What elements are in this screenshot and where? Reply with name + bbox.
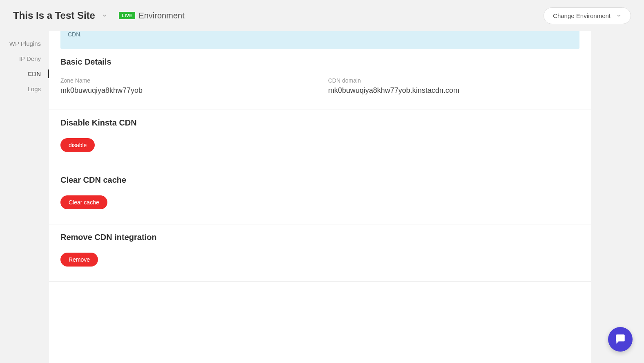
info-box: CDN. <box>60 31 579 49</box>
info-box-text: CDN. <box>68 31 82 38</box>
sidebar-item-cdn[interactable]: CDN <box>0 66 49 81</box>
sidebar: WP Plugins IP Deny CDN Logs <box>0 31 49 363</box>
disable-button[interactable]: disable <box>60 138 95 152</box>
sidebar-item-ip-deny[interactable]: IP Deny <box>0 51 49 66</box>
cdn-domain-value: mk0buwuqiya8khw77yob.kinstacdn.com <box>328 86 580 95</box>
section-title-disable-cdn: Disable Kinsta CDN <box>60 118 579 128</box>
environment-label: Environment <box>138 11 184 20</box>
live-badge: LIVE <box>119 12 135 19</box>
sidebar-item-logs[interactable]: Logs <box>0 81 49 96</box>
zone-name-value: mk0buwuqiya8khw77yob <box>60 86 312 95</box>
disable-cdn-section: Disable Kinsta CDN disable <box>49 110 591 167</box>
sidebar-item-label: Logs <box>27 85 41 92</box>
main-layout: WP Plugins IP Deny CDN Logs CDN. Basic D… <box>0 31 644 363</box>
sidebar-item-label: IP Deny <box>19 55 41 62</box>
details-grid: Zone Name mk0buwuqiya8khw77yob CDN domai… <box>60 77 579 95</box>
zone-name-label: Zone Name <box>60 77 312 84</box>
section-title-remove-integration: Remove CDN integration <box>60 233 579 242</box>
section-title-basic-details: Basic Details <box>60 57 579 67</box>
sidebar-item-label: CDN <box>28 70 41 77</box>
zone-name-column: Zone Name mk0buwuqiya8khw77yob <box>60 77 312 95</box>
site-dropdown-toggle[interactable] <box>102 13 107 18</box>
site-title: This Is a Test Site <box>13 10 95 21</box>
sidebar-item-label: WP Plugins <box>9 40 41 47</box>
chevron-down-icon <box>102 13 107 18</box>
change-environment-label: Change Environment <box>553 12 611 19</box>
change-environment-button[interactable]: Change Environment <box>544 7 631 24</box>
chat-fab[interactable] <box>608 327 633 352</box>
clear-cache-button[interactable]: Clear cache <box>60 195 107 209</box>
basic-details-section: Basic Details Zone Name mk0buwuqiya8khw7… <box>49 49 591 110</box>
page-header: This Is a Test Site LIVE Environment Cha… <box>0 0 644 31</box>
chat-icon <box>614 333 626 345</box>
bottom-divider <box>49 281 591 282</box>
remove-button[interactable]: Remove <box>60 253 98 267</box>
main-content: CDN. Basic Details Zone Name mk0buwuqiya… <box>49 31 591 363</box>
cdn-domain-column: CDN domain mk0buwuqiya8khw77yob.kinstacd… <box>328 77 580 95</box>
chevron-down-icon <box>616 13 622 18</box>
remove-integration-section: Remove CDN integration Remove <box>49 224 591 281</box>
cdn-domain-label: CDN domain <box>328 77 580 84</box>
section-title-clear-cache: Clear CDN cache <box>60 175 579 185</box>
sidebar-item-wp-plugins[interactable]: WP Plugins <box>0 36 49 51</box>
clear-cache-section: Clear CDN cache Clear cache <box>49 167 591 224</box>
